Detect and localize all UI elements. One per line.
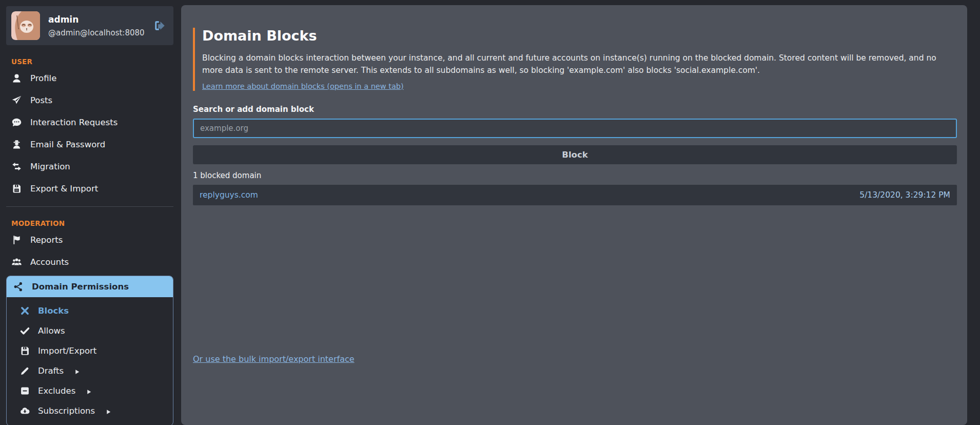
avatar	[11, 11, 40, 40]
page-description: Blocking a domain blocks interaction bet…	[202, 52, 957, 77]
sidebar-divider	[6, 206, 173, 207]
sidebar: admin @admin@localhost:8080 USER Profile…	[0, 0, 180, 425]
sidebar-item-label: Email & Password	[30, 140, 105, 149]
check-icon	[19, 325, 30, 336]
user-handle: @admin@localhost:8080	[48, 28, 145, 37]
learn-more-link[interactable]: Learn more about domain blocks (opens in…	[202, 82, 404, 90]
submenu-item-subscriptions[interactable]: Subscriptions	[7, 401, 173, 421]
blocked-domain-date: 5/13/2020, 3:29:12 PM	[859, 190, 950, 200]
domain-search-input[interactable]	[193, 119, 957, 138]
submenu-item-label: Excludes	[38, 386, 75, 396]
user-secret-icon	[11, 139, 22, 150]
bulk-import-export-link[interactable]: Or use the bulk import/export interface	[193, 354, 355, 364]
submenu-item-label: Subscriptions	[38, 406, 95, 416]
sidebar-item-domain-permissions[interactable]: Domain Permissions	[7, 276, 173, 297]
user-card: admin @admin@localhost:8080	[6, 6, 173, 45]
sidebar-item-label: Domain Permissions	[32, 282, 129, 292]
submenu-item-excludes[interactable]: Excludes	[7, 381, 173, 401]
main-panel: Domain Blocks Blocking a domain blocks i…	[181, 5, 967, 425]
user-icon	[11, 73, 22, 84]
floppy-disk-icon	[11, 183, 22, 194]
sidebar-item-migration[interactable]: Migration	[6, 156, 173, 178]
sidebar-item-label: Accounts	[30, 257, 69, 267]
sign-out-icon	[153, 19, 166, 32]
submenu-item-drafts[interactable]: Drafts	[7, 361, 173, 381]
block-button[interactable]: Block	[193, 145, 957, 164]
caret-right-icon	[86, 388, 92, 394]
domain-permissions-group: Domain Permissions Blocks Allows	[6, 276, 173, 425]
blocked-domain-name: replyguys.com	[200, 190, 258, 200]
submenu-item-label: Blocks	[38, 306, 69, 316]
submenu-item-import-export[interactable]: Import/Export	[7, 341, 173, 361]
user-info: admin @admin@localhost:8080	[48, 14, 145, 37]
flag-icon	[11, 235, 22, 245]
comment-dots-icon	[11, 117, 22, 128]
logout-button[interactable]	[153, 19, 166, 32]
share-nodes-icon	[13, 281, 24, 292]
user-name: admin	[48, 14, 145, 25]
submenu-item-label: Allows	[38, 326, 65, 336]
paper-plane-icon	[11, 95, 22, 106]
submenu-item-label: Import/Export	[38, 346, 96, 356]
submenu-item-label: Drafts	[38, 366, 64, 376]
sidebar-item-label: Interaction Requests	[30, 118, 117, 127]
section-label-user: USER	[11, 57, 168, 66]
caret-right-icon	[74, 368, 81, 374]
section-label-moderation: MODERATION	[11, 219, 168, 227]
sidebar-item-reports[interactable]: Reports	[6, 229, 173, 251]
domain-permissions-submenu: Blocks Allows Import/Export	[7, 297, 173, 425]
blocked-domain-row[interactable]: replyguys.com 5/13/2020, 3:29:12 PM	[193, 185, 957, 205]
xmark-icon	[19, 305, 30, 316]
sidebar-item-label: Posts	[30, 95, 52, 105]
sidebar-item-email-password[interactable]: Email & Password	[6, 133, 173, 156]
sidebar-item-posts[interactable]: Posts	[6, 89, 173, 111]
search-label: Search or add domain block	[193, 105, 957, 114]
page-title: Domain Blocks	[202, 28, 957, 44]
pencil-icon	[19, 365, 30, 376]
sidebar-item-label: Migration	[30, 162, 70, 171]
users-icon	[11, 257, 22, 267]
page-heading-block: Domain Blocks Blocking a domain blocks i…	[193, 28, 957, 91]
sidebar-item-accounts[interactable]: Accounts	[6, 251, 173, 273]
sidebar-item-label: Profile	[30, 73, 56, 83]
sidebar-item-interaction-requests[interactable]: Interaction Requests	[6, 111, 173, 133]
sidebar-item-profile[interactable]: Profile	[6, 67, 173, 89]
sidebar-item-label: Reports	[30, 235, 63, 245]
sidebar-item-label: Export & Import	[30, 184, 98, 194]
right-left-arrows-icon	[11, 161, 22, 172]
sidebar-item-export-import[interactable]: Export & Import	[6, 178, 173, 200]
floppy-disk-icon	[19, 345, 30, 356]
caret-right-icon	[105, 408, 112, 414]
square-minus-icon	[19, 385, 30, 396]
blocked-count: 1 blocked domain	[193, 171, 957, 180]
submenu-item-blocks[interactable]: Blocks	[7, 301, 173, 321]
submenu-item-allows[interactable]: Allows	[7, 321, 173, 341]
cloud-download-icon	[19, 405, 30, 416]
